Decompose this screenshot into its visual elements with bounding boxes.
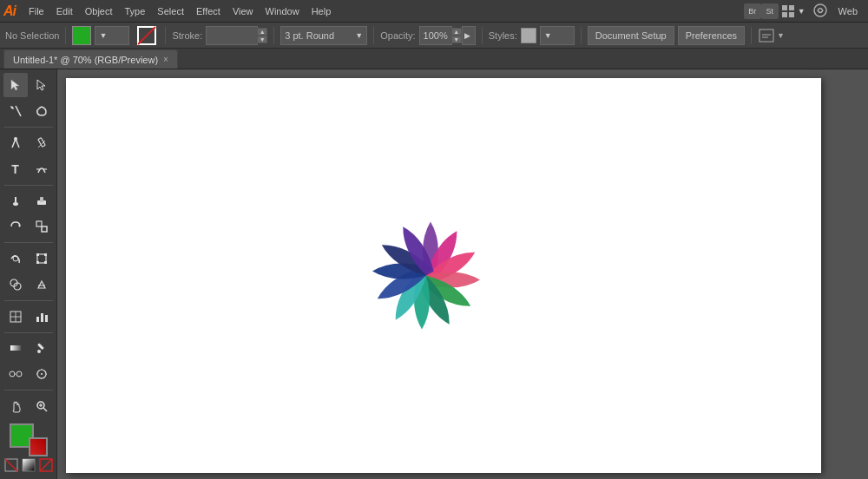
document-setup-button[interactable]: Document Setup — [588, 26, 674, 45]
free-transform-tool[interactable] — [30, 246, 54, 271]
app-logo: Ai — [3, 3, 16, 19]
svg-point-16 — [13, 202, 18, 206]
tool-row-10 — [3, 336, 54, 360]
pen-tool[interactable] — [3, 131, 28, 155]
menu-bar: Ai File Edit Object Type Select Effect V… — [0, 0, 868, 23]
fill-dropdown[interactable]: ▼ — [95, 26, 129, 45]
menu-effect[interactable]: Effect — [190, 4, 227, 18]
stroke-value-box[interactable] — [206, 26, 258, 45]
stroke-up-arrow[interactable]: ▲ — [257, 28, 267, 36]
tools-panel: T — [0, 69, 57, 479]
pencil-tool[interactable] — [30, 131, 54, 155]
styles-dropdown[interactable]: ▼ — [540, 26, 575, 45]
svg-rect-36 — [41, 313, 43, 322]
svg-rect-0 — [782, 5, 787, 10]
svg-rect-1 — [789, 5, 794, 10]
styles-label: Styles: — [489, 30, 517, 41]
stroke-label: Stroke: — [172, 30, 202, 41]
eyedropper-tool[interactable] — [30, 336, 54, 360]
menu-view[interactable]: View — [227, 4, 260, 18]
svg-rect-25 — [36, 253, 39, 256]
type-tool[interactable]: T — [3, 157, 28, 181]
svg-rect-38 — [10, 345, 21, 351]
scale-tool[interactable] — [30, 214, 54, 239]
gradient-tool[interactable] — [3, 336, 28, 360]
svg-rect-19 — [40, 197, 43, 202]
pattern-icon[interactable] — [39, 458, 53, 472]
svg-line-10 — [16, 106, 21, 116]
shape-builder-tool[interactable] — [3, 272, 28, 297]
menu-window[interactable]: Window — [260, 4, 306, 18]
blend-tool[interactable] — [3, 362, 28, 386]
lasso-tool[interactable] — [30, 99, 54, 123]
tab-title: Untitled-1* @ 70% (RGB/Preview) — [13, 55, 158, 65]
magic-wand-tool[interactable] — [3, 99, 28, 123]
none-icon[interactable] — [4, 458, 18, 472]
eraser-tool[interactable] — [30, 188, 54, 213]
menu-edit[interactable]: Edit — [50, 4, 79, 18]
fill-color-box[interactable] — [72, 26, 91, 45]
styles-box[interactable] — [521, 28, 536, 43]
opacity-arrows[interactable]: ▲ ▼ — [451, 28, 462, 43]
paint-brush-tool[interactable] — [3, 188, 28, 213]
tool-sep-6 — [4, 390, 53, 390]
warp-tool[interactable] — [3, 246, 28, 271]
selection-tool[interactable] — [3, 73, 28, 97]
graph-tool[interactable] — [30, 305, 54, 329]
svg-point-42 — [16, 371, 22, 377]
brush-dropdown[interactable]: 3 pt. Round ▼ — [280, 26, 367, 45]
bridge-icon[interactable]: Br — [744, 3, 761, 19]
tool-row-7 — [3, 246, 54, 271]
opacity-extra-btn[interactable]: ▶ — [462, 26, 476, 45]
svg-line-55 — [5, 459, 17, 471]
svg-point-41 — [10, 371, 15, 377]
transform-icon-area[interactable]: ▼ — [758, 28, 785, 43]
direct-selection-tool[interactable] — [30, 73, 54, 97]
stroke-arrows[interactable]: ▲ ▼ — [257, 28, 267, 43]
menu-type[interactable]: Type — [119, 4, 152, 18]
stroke-down-arrow[interactable]: ▼ — [257, 36, 267, 43]
stock-icon[interactable]: St — [761, 3, 779, 19]
tool-sep-2 — [4, 185, 53, 186]
sync-icon[interactable] — [809, 3, 832, 20]
character-icon — [758, 28, 775, 43]
anchor-tool[interactable] — [30, 157, 54, 181]
svg-rect-22 — [42, 226, 47, 232]
svg-rect-12 — [37, 137, 44, 147]
opacity-up-arrow[interactable]: ▲ — [451, 28, 462, 36]
svg-line-51 — [43, 408, 47, 411]
preferences-button[interactable]: Preferences — [678, 26, 745, 45]
workspace-switcher[interactable]: ▼ — [779, 5, 809, 17]
tool-row-11 — [3, 362, 54, 386]
hand-tool[interactable] — [3, 394, 28, 418]
svg-rect-2 — [782, 12, 787, 17]
document-tab[interactable]: Untitled-1* @ 70% (RGB/Preview) × — [3, 49, 178, 69]
zoom-tool[interactable] — [30, 394, 54, 418]
menu-file[interactable]: File — [23, 4, 50, 18]
menu-help[interactable]: Help — [306, 4, 338, 18]
svg-rect-21 — [36, 221, 42, 226]
opacity-value[interactable]: 100% — [419, 26, 452, 45]
perspective-grid-tool[interactable] — [3, 305, 28, 329]
menu-select[interactable]: Select — [151, 4, 190, 18]
separator-5 — [482, 27, 483, 44]
opacity-down-arrow[interactable]: ▼ — [451, 36, 462, 43]
live-paint-tool[interactable] — [30, 272, 54, 297]
tool-row-12 — [3, 394, 54, 418]
tool-sep-4 — [4, 300, 53, 301]
canvas-area[interactable] — [57, 69, 868, 479]
tool-row-4: T — [3, 157, 54, 181]
svg-rect-7 — [760, 30, 773, 42]
workspace-label[interactable]: Web — [832, 6, 865, 16]
svg-line-6 — [138, 27, 155, 44]
symbol-spray-tool[interactable] — [30, 362, 54, 386]
selection-label: No Selection — [5, 30, 59, 41]
stroke-icon — [135, 23, 159, 48]
separator-4 — [373, 27, 374, 44]
rotate-tool[interactable] — [3, 214, 28, 239]
background-color[interactable] — [29, 437, 48, 456]
tab-close-button[interactable]: × — [163, 55, 168, 64]
color-icon[interactable] — [22, 458, 36, 472]
menu-object[interactable]: Object — [79, 4, 119, 18]
color-squares — [10, 423, 48, 456]
